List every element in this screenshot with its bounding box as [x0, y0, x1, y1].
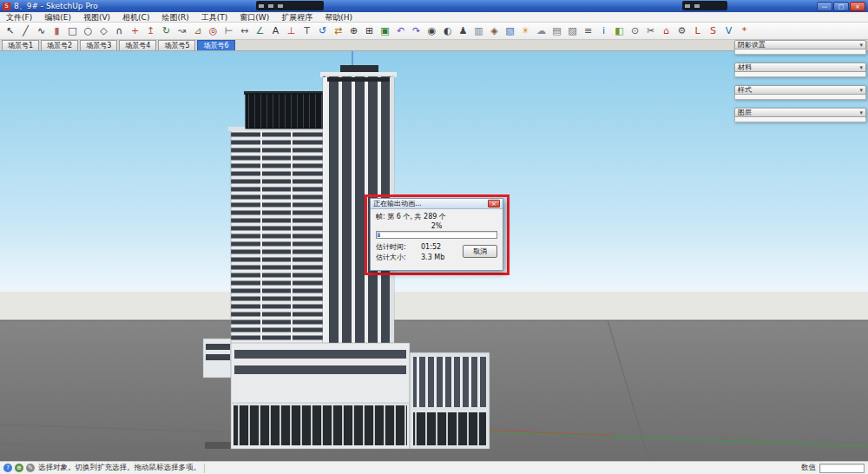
3d-warehouse-icon[interactable]: ⌂ [659, 23, 674, 38]
next-view-icon[interactable]: ↷ [409, 23, 424, 38]
layout-icon[interactable]: L [690, 23, 705, 38]
tray-panel-header[interactable]: 阴影设置 ▾ [734, 40, 866, 49]
entity-info-icon[interactable]: i [596, 23, 611, 38]
status-credits-icon[interactable]: ✎ [26, 464, 35, 472]
vray-icon[interactable]: V [721, 23, 736, 38]
look-around-icon[interactable]: ◐ [440, 23, 455, 38]
paint-bucket-icon[interactable]: ▧ [503, 23, 517, 38]
tool-glyph: ↺ [319, 25, 326, 36]
text-tool-icon[interactable]: A [268, 23, 283, 38]
scene-tab-6[interactable]: 场景号6 [197, 40, 234, 50]
tray-panel-header[interactable]: 样式 ▾ [734, 85, 866, 95]
materials-icon[interactable]: ◧ [612, 23, 627, 38]
position-camera-icon[interactable]: ◉ [424, 23, 439, 38]
tray-panel-body [734, 95, 866, 100]
match-photo-icon[interactable]: ▤ [549, 23, 564, 38]
collapse-arrow-icon[interactable]: ▾ [859, 87, 863, 94]
rotate-tool-icon[interactable]: ↻ [159, 23, 174, 38]
style-builder-icon[interactable]: S [706, 23, 720, 38]
offset-tool-icon[interactable]: ◎ [206, 23, 220, 38]
status-help-icon[interactable]: ? [3, 464, 12, 472]
previous-view-icon[interactable]: ↶ [393, 23, 408, 38]
tray-panel-body [734, 49, 866, 55]
fog-icon[interactable]: ☁ [534, 23, 549, 38]
cancel-button[interactable]: 取消 [463, 245, 497, 258]
tool-glyph: ⊕ [350, 25, 358, 36]
menu-view[interactable]: 视图(V) [77, 12, 116, 23]
tool-glyph: ↝ [178, 25, 186, 36]
purge-icon[interactable]: ✂ [643, 23, 658, 38]
minimize-button[interactable]: — [817, 2, 832, 11]
status-geolocation-icon[interactable]: ⊕ [15, 464, 23, 472]
freehand-tool-icon[interactable]: ∿ [34, 23, 49, 38]
app-icon: S [3, 3, 10, 10]
push-pull-tool-icon[interactable]: ↥ [143, 23, 158, 38]
zoom-extents-tool-icon[interactable]: ▣ [378, 23, 392, 38]
axes-tool-icon[interactable]: ⊥ [284, 23, 299, 38]
tape-measure-tool-icon[interactable]: ⊢ [221, 23, 236, 38]
tray-panel-header[interactable]: 材料 ▾ [734, 63, 866, 72]
rectangle-tool-icon[interactable]: □ [65, 23, 80, 38]
export-dialog-titlebar[interactable]: 正在输出动画... × [371, 199, 503, 209]
menu-camera[interactable]: 相机(C) [116, 12, 155, 23]
menu-window[interactable]: 窗口(W) [233, 12, 275, 23]
arc-tool-icon[interactable]: ∩ [112, 23, 127, 38]
styles-icon[interactable]: ▨ [565, 23, 580, 38]
menu-draw[interactable]: 绘图(R) [155, 12, 194, 23]
orbit-tool-icon[interactable]: ↺ [315, 23, 330, 38]
tool-glyph: ◐ [444, 25, 452, 36]
sketchup-window: S 8、9# - SketchUp Pro — □ × 文件(F)编辑(E)视图… [0, 0, 868, 474]
zoom-tool-icon[interactable]: ⊕ [346, 23, 361, 38]
scene-tab-5[interactable]: 场景号5 [158, 40, 195, 50]
export-dialog[interactable]: 正在输出动画... × 帧: 第 6 个, 共 289 个 2% 估计时间: 0… [370, 198, 503, 271]
extension-warehouse-icon[interactable]: ⚙ [674, 23, 689, 38]
walk-tool-icon[interactable]: ♟ [456, 23, 470, 38]
menu-tools[interactable]: 工具(T) [195, 12, 234, 23]
tool-glyph: * [742, 25, 747, 36]
eraser-tool-icon[interactable]: ▮ [49, 23, 64, 38]
estimated-size-label: 估计大小: [376, 253, 421, 262]
maximize-button[interactable]: □ [833, 2, 849, 11]
dialog-close-icon[interactable]: × [488, 200, 500, 207]
tool-glyph: ⊿ [194, 25, 201, 36]
menu-extensions[interactable]: 扩展程序 [275, 12, 319, 23]
move-tool-icon[interactable]: + [128, 23, 142, 38]
scale-tool-icon[interactable]: ⊿ [190, 23, 205, 38]
polygon-tool-icon[interactable]: ◇ [96, 23, 111, 38]
close-button[interactable]: × [850, 2, 865, 11]
line-tool-icon[interactable]: ╱ [18, 23, 33, 38]
frame-counter-text: 帧: 第 6 个, 共 289 个 [376, 212, 497, 221]
select-tool-icon[interactable]: ↖ [3, 23, 17, 38]
scene-tab-3[interactable]: 场景号3 [80, 40, 117, 50]
scene-tab-1[interactable]: 场景号1 [2, 40, 39, 50]
model-info-icon[interactable]: ⊙ [628, 23, 642, 38]
menu-edit[interactable]: 编辑(E) [38, 12, 77, 23]
title-bar[interactable]: S 8、9# - SketchUp Pro — □ × [0, 0, 868, 12]
menu-file[interactable]: 文件(F) [0, 12, 38, 23]
measurement-input[interactable] [819, 464, 865, 473]
tray-panel-shadow-settings: 阴影设置 ▾ [734, 40, 866, 55]
zoom-window-tool-icon[interactable]: ⊞ [362, 23, 377, 38]
scene-tab-4[interactable]: 场景号4 [119, 40, 156, 50]
make-component-icon[interactable]: ◈ [487, 23, 502, 38]
collapse-arrow-icon[interactable]: ▾ [859, 42, 863, 49]
3d-text-tool-icon[interactable]: T [299, 23, 314, 38]
pan-tool-icon[interactable]: ⇄ [331, 23, 345, 38]
scene-tab-2[interactable]: 场景号2 [41, 40, 78, 50]
section-plane-icon[interactable]: ▥ [471, 23, 486, 38]
tray-panel-header[interactable]: 图层 ▾ [734, 108, 866, 117]
shadows-icon[interactable]: ☀ [518, 23, 533, 38]
layers-icon[interactable]: ≡ [581, 23, 595, 38]
tray-panel-body [734, 117, 866, 122]
collapse-arrow-icon[interactable]: ▾ [859, 64, 863, 71]
circle-tool-icon[interactable]: ○ [81, 23, 95, 38]
tool-glyph: ▣ [380, 25, 389, 36]
dimension-tool-icon[interactable]: ↔ [237, 23, 252, 38]
tool-glyph: ↔ [240, 25, 248, 36]
protractor-tool-icon[interactable]: ∠ [253, 23, 267, 38]
follow-me-tool-icon[interactable]: ↝ [174, 23, 189, 38]
collapse-arrow-icon[interactable]: ▾ [859, 109, 863, 116]
plugin-icon[interactable]: * [737, 23, 752, 38]
menu-help[interactable]: 帮助(H) [319, 12, 358, 23]
tool-glyph: ☁ [536, 25, 546, 36]
